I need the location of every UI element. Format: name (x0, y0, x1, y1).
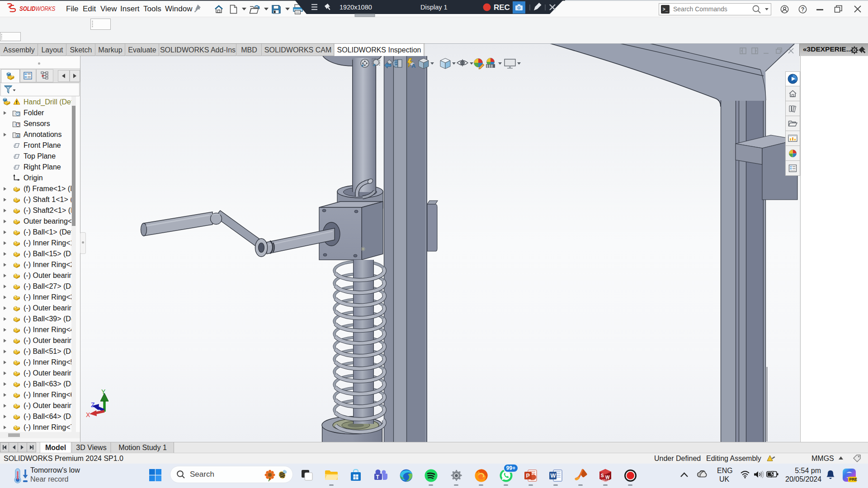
svg-text:Z: Z (91, 401, 95, 408)
svg-text:X: X (86, 411, 90, 418)
svg-text:W: W (551, 473, 556, 479)
svg-text:2024: 2024 (602, 479, 609, 482)
svg-text:Y: Y (101, 388, 106, 395)
svg-text:T: T (376, 474, 380, 480)
svg-text:Display 1: Display 1 (420, 4, 448, 11)
svg-text:P: P (526, 473, 530, 479)
svg-text:868x488: 868x488 (340, 4, 372, 11)
svg-text:S: S (601, 473, 604, 478)
svg-text:A: A (411, 62, 416, 69)
svg-text:REC: REC (494, 3, 510, 12)
svg-text:PRE: PRE (849, 477, 858, 482)
svg-text:?: ? (801, 6, 805, 13)
